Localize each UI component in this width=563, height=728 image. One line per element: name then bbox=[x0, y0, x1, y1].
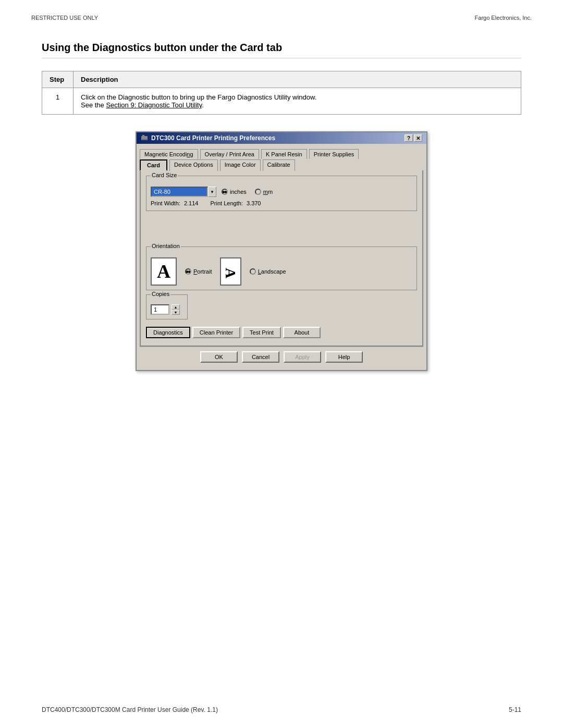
copies-content: ▲ ▼ bbox=[151, 301, 183, 315]
cancel-button[interactable]: Cancel bbox=[242, 351, 279, 363]
tab-card[interactable]: Card bbox=[140, 159, 167, 171]
tab-calibrate[interactable]: Calibrate bbox=[263, 159, 295, 171]
unit-radio-group: inches mm bbox=[222, 189, 273, 195]
page-footer: DTC400/DTC300/DTC300M Card Printer User … bbox=[0, 706, 563, 713]
dialog-title: DTC300 Card Printer Printing Preferences bbox=[151, 134, 275, 142]
card-size-value: CR-80 bbox=[154, 189, 170, 195]
orientation-group: Orientation A Portrait A bbox=[146, 246, 417, 290]
radio-portrait-button[interactable] bbox=[185, 268, 191, 275]
landscape-label: Landscape bbox=[258, 268, 286, 275]
print-dimensions-row: Print Width: 2.114 Print Length: 3.370 bbox=[151, 200, 412, 206]
landscape-icon: A bbox=[220, 257, 241, 286]
radio-landscape-button[interactable] bbox=[250, 268, 256, 275]
col-step: Step bbox=[42, 71, 74, 88]
radio-mm-button[interactable] bbox=[255, 189, 261, 195]
step-desc-part1: Click on the Diagnostic button to bring … bbox=[81, 93, 316, 101]
print-width-label: Print Width: bbox=[151, 200, 180, 206]
table-row: 1 Click on the Diagnostic button to brin… bbox=[42, 88, 521, 115]
about-button[interactable]: About bbox=[283, 327, 321, 338]
close-btn[interactable]: ✕ bbox=[414, 134, 422, 142]
tab-k-panel-resin[interactable]: K Panel Resin bbox=[261, 149, 307, 159]
ok-button[interactable]: OK bbox=[200, 351, 238, 363]
radio-inches-button[interactable] bbox=[222, 189, 228, 195]
portrait-label: Portrait bbox=[193, 268, 212, 275]
section-title: Using the Diagnostics button under the C… bbox=[42, 42, 521, 58]
step-table: Step Description 1 Click on the Diagnost… bbox=[42, 71, 521, 115]
inches-label: inches bbox=[230, 189, 247, 195]
select-wrapper: CR-80 ▼ bbox=[151, 187, 216, 197]
dialog-footer: OK Cancel Apply Help bbox=[140, 347, 423, 367]
footer-right: 5-11 bbox=[509, 706, 521, 713]
card-size-row: CR-80 ▼ inches bbox=[151, 187, 412, 197]
orientation-label: Orientation bbox=[151, 243, 181, 249]
portrait-icon: A bbox=[151, 257, 177, 286]
radio-inches[interactable]: inches bbox=[222, 189, 247, 195]
step-number: 1 bbox=[42, 88, 74, 115]
step-description: Click on the Diagnostic button to bring … bbox=[74, 88, 521, 115]
tab-card-label: Card bbox=[147, 162, 160, 168]
apply-button[interactable]: Apply bbox=[284, 351, 321, 363]
radio-portrait[interactable]: Portrait bbox=[185, 268, 212, 275]
dialog-titlebar: DTC300 Card Printer Printing Preferences… bbox=[137, 132, 426, 144]
tab-magnetic-encoding[interactable]: Magnetic Encoding bbox=[140, 149, 198, 159]
tab-printer-supplies[interactable]: Printer Supplies bbox=[309, 149, 359, 159]
header-left: RESTRICTED USE ONLY bbox=[31, 15, 98, 21]
select-arrow[interactable]: ▼ bbox=[208, 187, 216, 197]
card-size-select[interactable]: CR-80 bbox=[151, 187, 208, 197]
col-description: Description bbox=[74, 71, 521, 88]
test-print-button[interactable]: Test Print bbox=[242, 327, 281, 338]
step-desc-end: . bbox=[202, 101, 204, 109]
step-desc-part2: See the bbox=[81, 101, 106, 109]
tab-overlay-print-area[interactable]: Overlay / Print Area bbox=[200, 149, 259, 159]
header-right: Fargo Electronics, Inc. bbox=[475, 15, 532, 21]
dialog: DTC300 Card Printer Printing Preferences… bbox=[136, 131, 427, 371]
print-length-value: 3.370 bbox=[247, 200, 261, 206]
clean-printer-button[interactable]: Clean Printer bbox=[192, 327, 240, 338]
print-width-value: 2.114 bbox=[184, 200, 199, 206]
tab-device-options[interactable]: Device Options bbox=[169, 159, 218, 171]
titlebar-buttons: ? ✕ bbox=[405, 134, 422, 142]
copies-spinner: ▲ ▼ bbox=[172, 304, 180, 315]
dialog-wrapper: DTC300 Card Printer Printing Preferences… bbox=[42, 131, 521, 371]
action-buttons: Diagnostics Clean Printer Test Print Abo… bbox=[146, 324, 417, 340]
radio-mm[interactable]: mm bbox=[255, 189, 273, 195]
tab-image-color[interactable]: Image Color bbox=[220, 159, 261, 171]
copies-label: Copies bbox=[151, 291, 170, 297]
copies-down[interactable]: ▼ bbox=[172, 310, 180, 315]
copies-up[interactable]: ▲ bbox=[172, 304, 180, 310]
print-length-label: Print Length: bbox=[211, 200, 243, 206]
svg-rect-1 bbox=[142, 135, 144, 137]
mm-label: mm bbox=[263, 189, 273, 195]
diagnostics-button[interactable]: Diagnostics bbox=[146, 327, 190, 338]
copies-group: Copies ▲ ▼ bbox=[146, 294, 188, 319]
orientation-content: A Portrait A Landscape bbox=[151, 253, 412, 286]
svg-rect-2 bbox=[142, 139, 147, 140]
help-btn[interactable]: ? bbox=[405, 134, 413, 142]
help-footer-button[interactable]: Help bbox=[325, 351, 363, 363]
step-desc-link: Section 9: Diagnostic Tool Utility bbox=[106, 101, 202, 109]
card-size-label: Card Size bbox=[151, 172, 178, 178]
card-size-group: Card Size CR-80 ▼ bbox=[146, 176, 417, 211]
dialog-body: Magnetic Encoding Overlay / Print Area K… bbox=[137, 144, 426, 370]
spacer bbox=[146, 215, 417, 246]
copies-input[interactable] bbox=[151, 304, 169, 315]
dialog-icon bbox=[141, 134, 148, 142]
radio-landscape[interactable]: Landscape bbox=[250, 268, 286, 275]
footer-left: DTC400/DTC300/DTC300M Card Printer User … bbox=[42, 706, 218, 713]
